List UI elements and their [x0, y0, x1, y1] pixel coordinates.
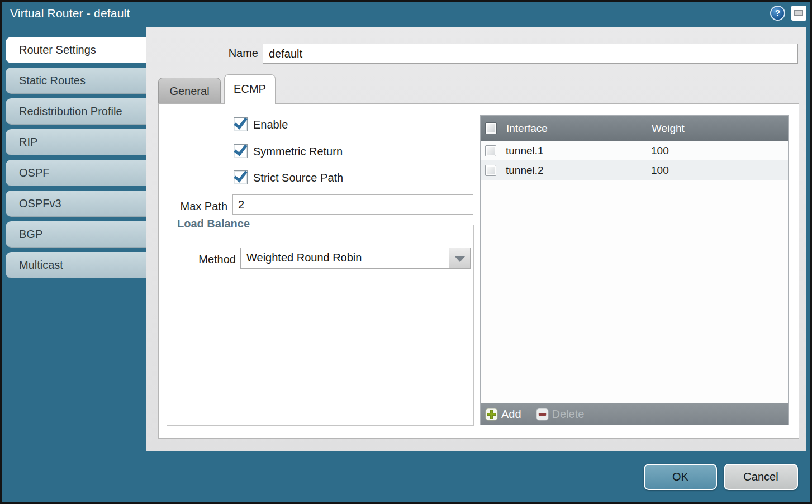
strict-source-path-label: Strict Source Path [253, 172, 343, 184]
chevron-down-icon [454, 256, 466, 262]
symmetric-return-label: Symmetric Return [253, 145, 343, 158]
column-header-weight[interactable]: Weight [647, 116, 788, 141]
sidebar-item-rip[interactable]: RIP [6, 129, 146, 155]
window-icon[interactable] [791, 6, 806, 21]
sidebar-item-static-routes[interactable]: Static Routes [6, 68, 146, 94]
method-dropdown[interactable]: Weighted Round Robin [240, 248, 471, 269]
ecmp-tab-content: Enable Symmetric Return Strict Source Pa… [158, 103, 799, 439]
cell-weight: 100 [647, 160, 788, 180]
table-row[interactable]: tunnel.2 100 [481, 160, 788, 180]
table-toolbar: Add Delete [481, 403, 788, 425]
help-icon[interactable]: ? [770, 6, 785, 21]
table-row[interactable]: tunnel.1 100 [481, 141, 788, 160]
sidebar-item-router-settings[interactable]: Router Settings [6, 37, 146, 63]
enable-label: Enable [253, 118, 288, 131]
virtual-router-dialog: Virtual Router - default ? Router Settin… [0, 0, 812, 504]
window-icon-inner [794, 10, 803, 16]
column-header-interface[interactable]: Interface [501, 116, 647, 141]
select-all-checkbox[interactable] [485, 122, 497, 134]
tab-general[interactable]: General [158, 78, 221, 103]
tab-ecmp[interactable]: ECMP [224, 74, 276, 104]
enable-checkbox[interactable] [234, 117, 248, 131]
load-balance-legend: Load Balance [174, 217, 253, 230]
row-checkbox[interactable] [485, 165, 496, 176]
delete-button[interactable]: Delete [536, 408, 585, 421]
method-value: Weighted Round Robin [246, 251, 362, 264]
add-icon [485, 408, 498, 421]
method-label: Method [187, 253, 236, 266]
sidebar-item-ospfv3[interactable]: OSPFv3 [6, 191, 146, 217]
name-label: Name [191, 47, 258, 60]
strict-source-path-checkbox[interactable] [234, 170, 248, 184]
sidebar-item-multicast[interactable]: Multicast [6, 252, 146, 278]
dropdown-button[interactable] [449, 248, 470, 268]
symmetric-return-checkbox[interactable] [234, 144, 248, 158]
load-balance-group: Load Balance Method Weighted Round Robin [167, 225, 474, 426]
sidebar-item-ospf[interactable]: OSPF [6, 160, 146, 186]
cancel-button[interactable]: Cancel [724, 464, 798, 490]
cell-interface: tunnel.2 [501, 160, 647, 180]
interfaces-table: Interface Weight tunnel.1 100 tunnel.2 1… [480, 115, 789, 425]
name-input[interactable] [263, 44, 798, 64]
delete-icon [536, 408, 549, 421]
sidebar-item-bgp[interactable]: BGP [6, 221, 146, 248]
sidebar-item-redistribution-profile[interactable]: Redistribution Profile [6, 98, 146, 125]
max-path-label: Max Path [166, 200, 227, 213]
ok-button[interactable]: OK [644, 464, 717, 490]
cell-weight: 100 [647, 141, 788, 160]
table-header-row: Interface Weight [481, 116, 788, 141]
row-checkbox[interactable] [485, 145, 496, 156]
dialog-title: Virtual Router - default [10, 7, 130, 20]
cell-interface: tunnel.1 [501, 141, 647, 160]
add-button[interactable]: Add [485, 408, 521, 421]
main-panel: Name General ECMP Enable Symmetric Retur… [146, 27, 806, 451]
max-path-input[interactable] [232, 194, 473, 215]
